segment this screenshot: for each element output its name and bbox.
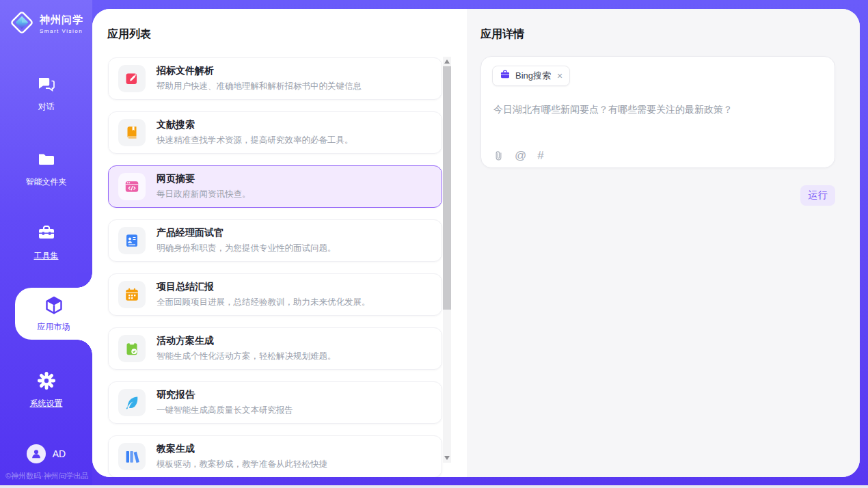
app-card-1[interactable]: 招标文件解析帮助用户快速、准确地理解和解析招标书中的关键信息: [108, 57, 442, 100]
copyright-text: ©神州数码·神州问学出品: [5, 471, 89, 481]
app-card-title: 教案生成: [157, 443, 327, 455]
app-detail-title: 应用详情: [480, 27, 524, 42]
interviewer-icon: [118, 227, 146, 254]
user-account[interactable]: AD: [0, 444, 92, 463]
clipboard-check-icon: [118, 335, 146, 362]
app-card-title: 活动方案生成: [157, 335, 336, 347]
app-card-description: 每日政府新闻资讯快查。: [157, 189, 251, 200]
app-card-7[interactable]: 研究报告一键智能生成高质量长文本研究报告: [108, 381, 442, 424]
app-card-title: 招标文件解析: [157, 65, 362, 77]
app-list-title: 应用列表: [107, 27, 151, 42]
bubble-notch-top: [77, 273, 92, 288]
toolbox-icon: [36, 223, 57, 246]
sidebar-item-label: 应用市场: [38, 321, 70, 333]
brand: 神州问学 Smart Vision: [0, 10, 92, 38]
app-card-texts: 网页摘要每日政府新闻资讯快查。: [157, 173, 251, 200]
tool-chip-bing-search[interactable]: Bing搜索 ×: [492, 66, 570, 86]
app-card-texts: 招标文件解析帮助用户快速、准确地理解和解析招标书中的关键信息: [157, 65, 362, 92]
bubble-notch-bottom: [77, 340, 92, 355]
brand-subtitle: Smart Vision: [40, 28, 83, 34]
app-card-title: 项目总结汇报: [157, 281, 370, 293]
app-card-description: 一键智能生成高质量长文本研究报告: [157, 405, 293, 416]
app-card-description: 全面回顾项目进展，总结经验教训，助力未来优化发展。: [157, 297, 370, 308]
folder-icon: [36, 149, 57, 172]
webpage-code-icon: [118, 173, 146, 200]
tool-chip-label: Bing搜索: [515, 70, 551, 82]
gear-icon: [36, 370, 57, 394]
books-icon: [118, 443, 146, 470]
sidebar: 神州问学 Smart Vision 对话智能文件夹工具集应用市场系统设置 AD …: [0, 0, 92, 485]
app-card-title: 产品经理面试官: [157, 227, 336, 239]
cube-icon: [43, 295, 65, 319]
avatar: [27, 444, 46, 463]
app-card-description: 智能生成个性化活动方案，轻松解决规划难题。: [157, 351, 336, 362]
app-card-6[interactable]: 活动方案生成智能生成个性化活动方案，轻松解决规划难题。: [108, 327, 442, 370]
prompt-toolbar: @#: [493, 150, 544, 161]
app-card-texts: 研究报告一键智能生成高质量长文本研究报告: [157, 389, 293, 416]
briefcase-icon: [500, 69, 511, 83]
app-card-texts: 教案生成模板驱动，教案秒成，教学准备从此轻松快捷: [157, 443, 327, 470]
sidebar-item-label: 智能文件夹: [26, 176, 67, 188]
app-card-texts: 项目总结汇报全面回顾项目进展，总结经验教训，助力未来优化发展。: [157, 281, 370, 308]
app-card-description: 快速精准查找学术资源，提高研究效率的必备工具。: [157, 135, 353, 146]
prompt-card[interactable]: Bing搜索 × 今日湖北有哪些新闻要点？有哪些需要关注的最新政策？ @#: [480, 56, 835, 168]
app-card-5[interactable]: 项目总结汇报全面回顾项目进展，总结经验教训，助力未来优化发展。: [108, 273, 442, 316]
hash-icon[interactable]: #: [537, 150, 543, 161]
app-card-description: 明确身份和职责，为您提供专业性的面试问题。: [157, 243, 336, 254]
app-card-description: 帮助用户快速、准确地理解和解析招标书中的关键信息: [157, 81, 362, 92]
prompt-input[interactable]: 今日湖北有哪些新闻要点？有哪些需要关注的最新政策？: [493, 104, 733, 116]
sidebar-item-2[interactable]: 智能文件夹: [0, 149, 92, 188]
sidebar-item-label: 工具集: [34, 250, 59, 262]
scrollbar[interactable]: [443, 57, 451, 463]
app-card-8[interactable]: 教案生成模板驱动，教案秒成，教学准备从此轻松快捷: [108, 435, 442, 477]
scrollbar-thumb[interactable]: [443, 66, 451, 310]
app-card-3[interactable]: 网页摘要每日政府新闻资讯快查。: [108, 165, 442, 208]
chat-icon: [36, 74, 57, 97]
scroll-up-arrow-icon[interactable]: [443, 57, 451, 66]
quill-icon: [118, 389, 146, 416]
user-initials: AD: [53, 448, 66, 459]
main-content: 应用列表 招标文件解析帮助用户快速、准确地理解和解析招标书中的关键信息文献搜索快…: [92, 9, 860, 477]
app-list-panel: 应用列表 招标文件解析帮助用户快速、准确地理解和解析招标书中的关键信息文献搜索快…: [92, 9, 467, 477]
app-detail-panel: 应用详情 Bing搜索 × 今日湖北有哪些新闻要点？有哪些需要关注的最新政策？ …: [467, 9, 860, 477]
brand-name: 神州问学: [40, 14, 83, 27]
app-card-title: 文献搜索: [157, 119, 353, 131]
sidebar-item-label: 对话: [38, 101, 55, 113]
app-card-4[interactable]: 产品经理面试官明确身份和职责，为您提供专业性的面试问题。: [108, 219, 442, 262]
document-edit-icon: [118, 65, 146, 92]
app-card-title: 研究报告: [157, 389, 293, 401]
book-icon: [118, 119, 146, 146]
sidebar-item-5[interactable]: 系统设置: [0, 370, 92, 409]
scroll-down-arrow-icon[interactable]: [443, 453, 451, 463]
sidebar-item-label: 系统设置: [30, 398, 63, 409]
mention-icon[interactable]: @: [515, 150, 526, 161]
app-list: 招标文件解析帮助用户快速、准确地理解和解析招标书中的关键信息文献搜索快速精准查找…: [108, 57, 442, 477]
app-card-description: 模板驱动，教案秒成，教学准备从此轻松快捷: [157, 459, 327, 470]
calendar-icon: [118, 281, 146, 308]
run-button[interactable]: 运行: [800, 185, 835, 206]
brand-logo-icon: [9, 10, 35, 38]
app-card-texts: 文献搜索快速精准查找学术资源，提高研究效率的必备工具。: [157, 119, 353, 146]
close-icon[interactable]: ×: [557, 71, 562, 81]
sidebar-item-4[interactable]: 应用市场: [15, 288, 92, 340]
sidebar-item-3[interactable]: 工具集: [0, 223, 92, 262]
app-card-texts: 活动方案生成智能生成个性化活动方案，轻松解决规划难题。: [157, 335, 336, 362]
app-card-2[interactable]: 文献搜索快速精准查找学术资源，提高研究效率的必备工具。: [108, 111, 442, 154]
app-card-texts: 产品经理面试官明确身份和职责，为您提供专业性的面试问题。: [157, 227, 336, 254]
sidebar-item-1[interactable]: 对话: [0, 74, 92, 113]
app-card-title: 网页摘要: [157, 173, 251, 185]
attachment-icon[interactable]: [493, 150, 504, 161]
